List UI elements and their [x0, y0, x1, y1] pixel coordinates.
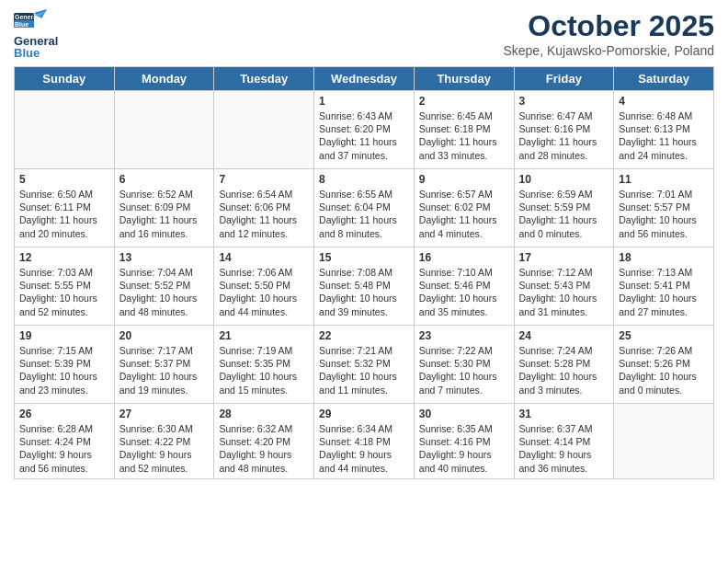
day-number: 28: [219, 408, 309, 420]
calendar-cell: 25Sunrise: 7:26 AM Sunset: 5:26 PM Dayli…: [614, 326, 714, 404]
subtitle: Skepe, Kujawsko-Pomorskie, Poland: [503, 43, 714, 58]
calendar-cell: 29Sunrise: 6:34 AM Sunset: 4:18 PM Dayli…: [314, 404, 415, 479]
day-info: Sunrise: 6:45 AM Sunset: 6:18 PM Dayligh…: [419, 109, 509, 162]
day-header-tuesday: Tuesday: [214, 67, 314, 91]
day-number: 18: [619, 251, 709, 264]
day-info: Sunrise: 6:34 AM Sunset: 4:18 PM Dayligh…: [319, 422, 409, 475]
day-info: Sunrise: 6:28 AM Sunset: 4:24 PM Dayligh…: [19, 422, 109, 475]
day-header-thursday: Thursday: [414, 67, 514, 91]
calendar-cell: 18Sunrise: 7:13 AM Sunset: 5:41 PM Dayli…: [614, 247, 714, 326]
day-number: 23: [419, 329, 509, 342]
calendar-cell: 4Sunrise: 6:48 AM Sunset: 6:13 PM Daylig…: [614, 91, 714, 169]
day-header-saturday: Saturday: [614, 67, 714, 91]
day-info: Sunrise: 7:17 AM Sunset: 5:37 PM Dayligh…: [119, 344, 210, 396]
week-row-0: 1Sunrise: 6:43 AM Sunset: 6:20 PM Daylig…: [15, 91, 714, 169]
day-number: 3: [519, 95, 609, 108]
calendar-cell: [614, 404, 714, 479]
day-info: Sunrise: 7:08 AM Sunset: 5:48 PM Dayligh…: [319, 266, 409, 318]
week-row-2: 12Sunrise: 7:03 AM Sunset: 5:55 PM Dayli…: [15, 247, 714, 326]
calendar-cell: 1Sunrise: 6:43 AM Sunset: 6:20 PM Daylig…: [314, 91, 415, 169]
day-header-sunday: Sunday: [15, 67, 115, 91]
logo-icon: General Blue: [14, 9, 47, 35]
calendar-cell: 31Sunrise: 6:37 AM Sunset: 4:14 PM Dayli…: [514, 404, 614, 479]
calendar-cell: 16Sunrise: 7:10 AM Sunset: 5:46 PM Dayli…: [414, 247, 514, 326]
calendar-cell: 9Sunrise: 6:57 AM Sunset: 6:02 PM Daylig…: [414, 169, 514, 247]
header: General Blue General Blue October 2025 S…: [14, 9, 714, 59]
day-info: Sunrise: 6:30 AM Sunset: 4:22 PM Dayligh…: [119, 422, 210, 475]
day-header-monday: Monday: [114, 67, 214, 91]
day-number: 1: [319, 95, 409, 108]
calendar-cell: 28Sunrise: 6:32 AM Sunset: 4:20 PM Dayli…: [214, 404, 314, 479]
day-info: Sunrise: 7:22 AM Sunset: 5:30 PM Dayligh…: [419, 344, 509, 396]
week-row-1: 5Sunrise: 6:50 AM Sunset: 6:11 PM Daylig…: [15, 169, 714, 247]
calendar-cell: 13Sunrise: 7:04 AM Sunset: 5:52 PM Dayli…: [114, 247, 214, 326]
month-title: October 2025: [503, 9, 714, 43]
day-number: 15: [319, 251, 409, 264]
day-number: 4: [619, 95, 709, 108]
calendar-cell: 2Sunrise: 6:45 AM Sunset: 6:18 PM Daylig…: [414, 91, 514, 169]
calendar-cell: 11Sunrise: 7:01 AM Sunset: 5:57 PM Dayli…: [614, 169, 714, 247]
calendar-cell: 30Sunrise: 6:35 AM Sunset: 4:16 PM Dayli…: [414, 404, 514, 479]
day-info: Sunrise: 7:10 AM Sunset: 5:46 PM Dayligh…: [419, 266, 509, 318]
calendar-cell: 24Sunrise: 7:24 AM Sunset: 5:28 PM Dayli…: [514, 326, 614, 404]
day-number: 2: [419, 95, 509, 108]
calendar-cell: 8Sunrise: 6:55 AM Sunset: 6:04 PM Daylig…: [314, 169, 415, 247]
logo: General Blue General Blue: [14, 9, 58, 59]
day-info: Sunrise: 7:15 AM Sunset: 5:39 PM Dayligh…: [19, 344, 109, 396]
day-number: 7: [219, 173, 309, 186]
title-section: October 2025 Skepe, Kujawsko-Pomorskie, …: [503, 9, 714, 58]
calendar-table: SundayMondayTuesdayWednesdayThursdayFrid…: [14, 66, 714, 479]
day-info: Sunrise: 6:48 AM Sunset: 6:13 PM Dayligh…: [619, 109, 709, 162]
calendar-cell: [15, 91, 115, 169]
day-number: 22: [319, 329, 409, 342]
calendar-cell: [114, 91, 214, 169]
week-row-4: 26Sunrise: 6:28 AM Sunset: 4:24 PM Dayli…: [15, 404, 714, 479]
calendar-cell: [214, 91, 314, 169]
day-number: 10: [519, 173, 609, 186]
days-header-row: SundayMondayTuesdayWednesdayThursdayFrid…: [15, 67, 714, 91]
svg-text:Blue: Blue: [15, 21, 28, 28]
calendar-cell: 22Sunrise: 7:21 AM Sunset: 5:32 PM Dayli…: [314, 326, 415, 404]
calendar-cell: 14Sunrise: 7:06 AM Sunset: 5:50 PM Dayli…: [214, 247, 314, 326]
day-info: Sunrise: 6:43 AM Sunset: 6:20 PM Dayligh…: [319, 109, 409, 162]
day-number: 21: [219, 329, 309, 342]
calendar-cell: 19Sunrise: 7:15 AM Sunset: 5:39 PM Dayli…: [15, 326, 115, 404]
day-info: Sunrise: 6:59 AM Sunset: 5:59 PM Dayligh…: [519, 188, 609, 240]
calendar-cell: 20Sunrise: 7:17 AM Sunset: 5:37 PM Dayli…: [114, 326, 214, 404]
day-number: 11: [619, 173, 709, 186]
calendar-cell: 7Sunrise: 6:54 AM Sunset: 6:06 PM Daylig…: [214, 169, 314, 247]
day-info: Sunrise: 7:19 AM Sunset: 5:35 PM Dayligh…: [219, 344, 309, 396]
day-number: 29: [319, 408, 409, 420]
day-info: Sunrise: 6:55 AM Sunset: 6:04 PM Dayligh…: [319, 188, 409, 240]
day-number: 19: [19, 329, 109, 342]
day-number: 13: [119, 251, 210, 264]
day-number: 27: [119, 408, 210, 420]
day-info: Sunrise: 7:12 AM Sunset: 5:43 PM Dayligh…: [519, 266, 609, 318]
day-info: Sunrise: 7:24 AM Sunset: 5:28 PM Dayligh…: [519, 344, 609, 396]
day-info: Sunrise: 6:47 AM Sunset: 6:16 PM Dayligh…: [519, 109, 609, 162]
calendar-cell: 12Sunrise: 7:03 AM Sunset: 5:55 PM Dayli…: [15, 247, 115, 326]
calendar-cell: 17Sunrise: 7:12 AM Sunset: 5:43 PM Dayli…: [514, 247, 614, 326]
page: General Blue General Blue October 2025 S…: [0, 0, 728, 563]
day-number: 14: [219, 251, 309, 264]
day-info: Sunrise: 6:52 AM Sunset: 6:09 PM Dayligh…: [119, 188, 210, 240]
day-info: Sunrise: 7:01 AM Sunset: 5:57 PM Dayligh…: [619, 188, 709, 240]
calendar-cell: 5Sunrise: 6:50 AM Sunset: 6:11 PM Daylig…: [15, 169, 115, 247]
day-number: 12: [19, 251, 109, 264]
day-header-friday: Friday: [514, 67, 614, 91]
day-info: Sunrise: 7:03 AM Sunset: 5:55 PM Dayligh…: [19, 266, 109, 318]
day-info: Sunrise: 6:57 AM Sunset: 6:02 PM Dayligh…: [419, 188, 509, 240]
logo-blue-text: Blue: [14, 47, 58, 59]
day-number: 31: [519, 408, 609, 420]
day-number: 9: [419, 173, 509, 186]
day-number: 24: [519, 329, 609, 342]
calendar-cell: 15Sunrise: 7:08 AM Sunset: 5:48 PM Dayli…: [314, 247, 415, 326]
day-number: 20: [119, 329, 210, 342]
calendar-cell: 21Sunrise: 7:19 AM Sunset: 5:35 PM Dayli…: [214, 326, 314, 404]
calendar-cell: 23Sunrise: 7:22 AM Sunset: 5:30 PM Dayli…: [414, 326, 514, 404]
day-number: 17: [519, 251, 609, 264]
day-number: 5: [19, 173, 109, 186]
day-number: 8: [319, 173, 409, 186]
day-info: Sunrise: 6:50 AM Sunset: 6:11 PM Dayligh…: [19, 188, 109, 240]
calendar-cell: 10Sunrise: 6:59 AM Sunset: 5:59 PM Dayli…: [514, 169, 614, 247]
